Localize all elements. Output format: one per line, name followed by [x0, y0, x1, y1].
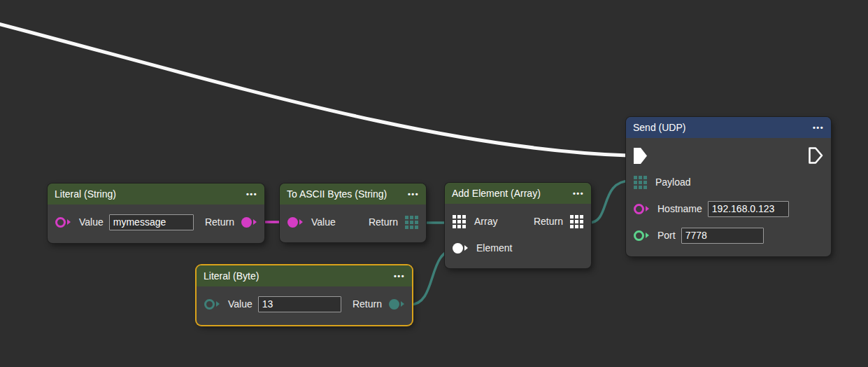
byte-array-pin-icon[interactable] [634, 176, 647, 189]
node-title: Literal (String) [55, 188, 116, 200]
row-value: Value Return [197, 291, 412, 317]
pin-arrow-icon [646, 206, 649, 212]
hostname-label: Hostname [657, 203, 702, 214]
node-send-udp-header[interactable]: Send (UDP) ••• [626, 117, 831, 138]
array-pin-icon[interactable] [570, 215, 583, 228]
exec-in-icon [634, 148, 648, 164]
pin-arrow-icon [216, 301, 220, 307]
byte-pin-icon [389, 299, 399, 310]
element-label: Element [476, 242, 512, 254]
value-field[interactable] [109, 214, 194, 230]
row-value: Value Return [48, 209, 264, 235]
wire-addelement-to-payload[interactable] [589, 181, 631, 223]
exec-out-icon [809, 147, 823, 164]
string-pin-icon [241, 217, 252, 228]
string-pin-icon [55, 217, 66, 228]
node-menu-icon[interactable]: ••• [408, 190, 419, 198]
row-hostname: Hostname [626, 195, 831, 222]
value-label: Value [79, 216, 104, 228]
row-port: Port [626, 222, 831, 249]
value-field[interactable] [258, 296, 341, 312]
string-pin-icon [287, 217, 298, 228]
value-label: Value [311, 216, 336, 228]
byte-pin-icon [204, 299, 215, 310]
node-menu-icon[interactable]: ••• [813, 123, 824, 132]
return-label: Return [369, 216, 398, 228]
row-exec [626, 142, 831, 169]
row-payload: Payload [626, 169, 831, 195]
node-menu-icon[interactable]: ••• [573, 189, 584, 198]
node-menu-icon[interactable]: ••• [394, 272, 405, 280]
array-pin-icon[interactable] [453, 215, 466, 228]
hostname-input-pin[interactable] [634, 204, 649, 214]
return-output-pin[interactable] [241, 217, 257, 228]
value-label: Value [228, 298, 252, 310]
payload-label: Payload [655, 176, 691, 188]
return-label: Return [353, 298, 382, 310]
exec-input-pin[interactable] [634, 148, 648, 164]
node-title: Add Element (Array) [452, 188, 541, 199]
generic-pin-icon [453, 243, 463, 254]
node-menu-icon[interactable]: ••• [246, 190, 257, 198]
return-label: Return [534, 216, 563, 227]
node-literal-string[interactable]: Literal (String) ••• Value Return [48, 184, 264, 243]
value-input-pin[interactable] [55, 217, 71, 228]
node-literal-byte-header[interactable]: Literal (Byte) ••• [197, 265, 412, 286]
pin-arrow-icon [401, 301, 404, 307]
hostname-field[interactable] [708, 201, 789, 217]
integer-pin-icon [634, 230, 644, 241]
array-label: Array [474, 216, 497, 227]
pin-arrow-icon [67, 219, 71, 225]
element-input-pin[interactable] [453, 243, 468, 254]
port-field[interactable] [681, 228, 764, 244]
pin-arrow-icon [646, 233, 649, 238]
row-value: Value Return [280, 209, 426, 235]
node-add-element[interactable]: Add Element (Array) ••• Array Return Ele… [445, 183, 591, 268]
node-editor-canvas[interactable]: Literal (String) ••• Value Return [0, 0, 868, 367]
row-element: Element [445, 235, 591, 261]
node-literal-byte[interactable]: Literal (Byte) ••• Value Return [197, 265, 412, 325]
pin-arrow-icon [464, 245, 468, 251]
node-title: To ASCII Bytes (String) [287, 188, 387, 200]
port-label: Port [657, 230, 676, 241]
port-input-pin[interactable] [634, 230, 649, 241]
value-input-pin[interactable] [204, 299, 220, 310]
node-literal-string-header[interactable]: Literal (String) ••• [48, 184, 264, 205]
string-pin-icon [634, 204, 644, 214]
node-add-element-header[interactable]: Add Element (Array) ••• [445, 183, 591, 204]
row-array: Array Return [445, 208, 591, 235]
node-send-udp[interactable]: Send (UDP) ••• Payload [626, 117, 831, 256]
node-to-ascii-bytes-header[interactable]: To ASCII Bytes (String) ••• [280, 184, 426, 205]
pin-arrow-icon [253, 219, 257, 225]
node-title: Literal (Byte) [204, 270, 259, 282]
exec-output-pin[interactable] [809, 147, 823, 164]
pin-arrow-icon [299, 219, 303, 225]
return-label: Return [205, 216, 234, 228]
return-output-pin[interactable] [389, 299, 404, 310]
value-input-pin[interactable] [287, 217, 303, 228]
node-to-ascii-bytes[interactable]: To ASCII Bytes (String) ••• Value Return [280, 184, 426, 242]
wire-exec-to-send-udp[interactable] [0, 23, 628, 155]
byte-array-pin-icon[interactable] [405, 216, 418, 229]
node-title: Send (UDP) [633, 122, 685, 133]
